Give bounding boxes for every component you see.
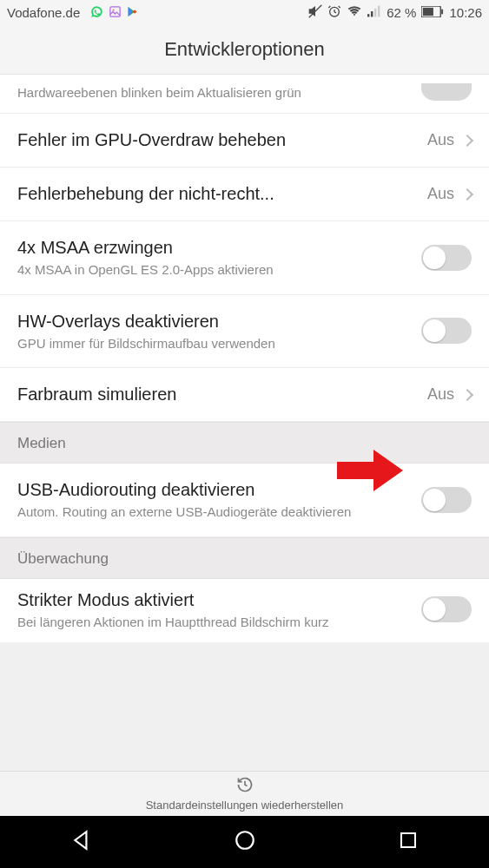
row-gpu-overdraw[interactable]: Fehler im GPU-Overdraw beheben Aus: [0, 114, 489, 168]
section-header-media: Medien: [0, 422, 489, 464]
clock-label: 10:26: [449, 5, 482, 20]
row-title: 4x MSAA erzwingen: [17, 237, 413, 259]
restore-icon: [236, 776, 254, 797]
carrier-label: Vodafone.de: [7, 5, 80, 20]
row-disable-hw-overlays[interactable]: HW-Overlays deaktivieren GPU immer für B…: [0, 295, 489, 369]
chevron-right-icon: [461, 187, 473, 200]
svg-rect-0: [110, 6, 120, 16]
battery-percent: 62 %: [387, 5, 416, 20]
row-nonrect-clip[interactable]: Fehlerbehebung der nicht-recht... Aus: [0, 168, 489, 221]
svg-rect-7: [378, 6, 380, 17]
row-title: Fehlerbehebung der nicht-recht...: [17, 183, 419, 205]
row-strict-mode[interactable]: Strikter Modus aktiviert Bei längeren Ak…: [0, 579, 489, 643]
android-navbar: [0, 816, 489, 868]
row-hw-layers-flash[interactable]: Hardwareebenen blinken beim Aktualisiere…: [0, 75, 489, 114]
svg-point-11: [237, 832, 254, 849]
nav-back-button[interactable]: [70, 829, 93, 855]
toggle-usb-audio[interactable]: [421, 487, 472, 513]
svg-rect-5: [371, 11, 373, 16]
row-subtitle: GPU immer für Bildschirmaufbau verwenden: [17, 335, 413, 352]
svg-rect-4: [367, 14, 369, 16]
row-subtitle: Hardwareebenen blinken beim Aktualisiere…: [17, 85, 421, 100]
screen-title-text: Entwickleroptionen: [164, 38, 325, 61]
nav-home-button[interactable]: [234, 829, 256, 855]
row-subtitle: 4x MSAA in OpenGL ES 2.0-Apps aktivieren: [17, 261, 413, 279]
row-title: Farbraum simulieren: [17, 384, 419, 405]
svg-point-1: [113, 9, 116, 11]
toggle-strict-mode[interactable]: [421, 596, 472, 622]
row-subtitle: Autom. Routing an externe USB-Audiogerät…: [17, 503, 413, 521]
toggle-hw-overlays[interactable]: [421, 318, 472, 344]
whatsapp-icon: [90, 5, 103, 20]
screen-title: Entwickleroptionen: [0, 24, 489, 75]
row-subtitle: Bei längeren Aktionen im Hauptthread Bil…: [17, 614, 413, 631]
row-title: Fehler im GPU-Overdraw beheben: [17, 129, 419, 151]
row-title: USB-Audiorouting deaktivieren: [17, 479, 413, 501]
wifi-icon: [347, 4, 362, 20]
row-value: Aus: [427, 385, 454, 404]
play-store-icon: [127, 5, 138, 20]
row-value: Aus: [427, 131, 454, 149]
row-title: HW-Overlays deaktivieren: [17, 311, 413, 332]
svg-rect-6: [374, 9, 376, 17]
chevron-right-icon: [461, 134, 473, 146]
row-value: Aus: [427, 185, 454, 203]
row-force-msaa[interactable]: 4x MSAA erzwingen 4x MSAA in OpenGL ES 2…: [0, 221, 489, 295]
mute-icon: [308, 4, 322, 20]
toggle-hw-layers[interactable]: [421, 83, 472, 101]
settings-list: Hardwareebenen blinken beim Aktualisiere…: [0, 75, 489, 642]
row-title: Strikter Modus aktiviert: [17, 589, 413, 611]
battery-icon: [421, 6, 444, 19]
svg-rect-12: [401, 833, 415, 847]
status-bar: Vodafone.de 62 % 10:26: [0, 0, 489, 24]
signal-icon: [367, 5, 381, 19]
svg-rect-9: [423, 7, 433, 15]
chevron-right-icon: [461, 388, 473, 400]
section-header-monitoring: Überwachung: [0, 537, 489, 579]
alarm-icon: [327, 4, 341, 20]
nav-recent-button[interactable]: [398, 830, 419, 854]
restore-defaults-button[interactable]: Standardeinstellungen wiederherstellen: [0, 771, 489, 816]
gallery-icon: [109, 5, 122, 20]
row-simulate-color-space[interactable]: Farbraum simulieren Aus: [0, 368, 489, 422]
restore-label: Standardeinstellungen wiederherstellen: [146, 799, 344, 812]
toggle-msaa[interactable]: [421, 245, 472, 271]
svg-rect-10: [442, 9, 444, 14]
row-disable-usb-audio[interactable]: USB-Audiorouting deaktivieren Autom. Rou…: [0, 464, 489, 537]
